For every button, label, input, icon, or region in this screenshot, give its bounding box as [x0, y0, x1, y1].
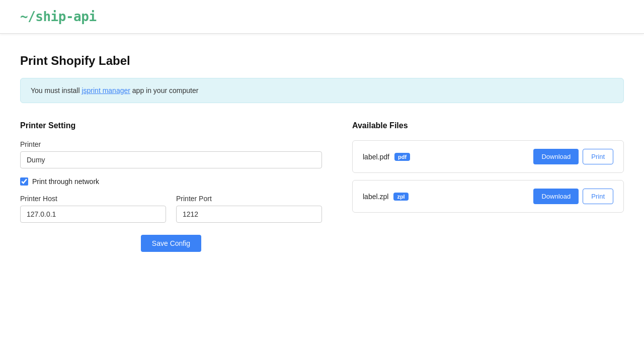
- print-button-1[interactable]: Print: [583, 189, 613, 204]
- file-info: label.zpl zpl: [363, 193, 409, 201]
- network-fields: Printer Host Printer Port: [20, 195, 322, 223]
- download-button-0[interactable]: Download: [533, 149, 579, 164]
- download-button-1[interactable]: Download: [533, 189, 579, 204]
- printer-field-group: Printer: [20, 140, 322, 168]
- file-name: label.zpl: [363, 193, 388, 201]
- port-field-group: Printer Port: [176, 195, 322, 223]
- available-files-title: Available Files: [352, 121, 624, 130]
- banner-text-before: You must install: [31, 86, 82, 95]
- page-title: Print Shopify Label: [20, 54, 624, 68]
- jsprint-link[interactable]: jsprint manager: [82, 86, 130, 95]
- printer-input[interactable]: [20, 151, 322, 168]
- save-config-button[interactable]: Save Config: [141, 235, 201, 252]
- info-banner: You must install jsprint manager app in …: [20, 78, 624, 103]
- file-card: label.zpl zpl Download Print: [352, 180, 624, 213]
- port-input[interactable]: [176, 206, 322, 223]
- file-card: label.pdf pdf Download Print: [352, 140, 624, 173]
- printer-setting-title: Printer Setting: [20, 121, 322, 130]
- port-label: Printer Port: [176, 195, 322, 203]
- network-checkbox-label: Print through network: [32, 177, 99, 186]
- network-checkbox[interactable]: [20, 177, 28, 186]
- host-field-group: Printer Host: [20, 195, 166, 223]
- network-checkbox-row: Print through network: [20, 177, 322, 186]
- printer-label: Printer: [20, 140, 322, 148]
- host-input[interactable]: [20, 206, 166, 223]
- print-button-0[interactable]: Print: [583, 149, 613, 164]
- site-logo[interactable]: ~/ship-api: [20, 9, 624, 24]
- file-name: label.pdf: [363, 153, 389, 161]
- printer-setting-section: Printer Setting Printer Print through ne…: [20, 121, 322, 252]
- file-info: label.pdf pdf: [363, 153, 410, 161]
- site-header: ~/ship-api: [0, 0, 644, 34]
- host-label: Printer Host: [20, 195, 166, 203]
- file-actions: Download Print: [533, 189, 613, 204]
- file-badge-pdf: pdf: [394, 153, 410, 161]
- available-files-section: Available Files label.pdf pdf Download P…: [352, 121, 624, 252]
- files-list: label.pdf pdf Download Print label.zpl z…: [352, 140, 624, 213]
- file-actions: Download Print: [533, 149, 613, 164]
- banner-text-after: app in your computer: [130, 86, 198, 95]
- file-badge-zpl: zpl: [393, 193, 408, 201]
